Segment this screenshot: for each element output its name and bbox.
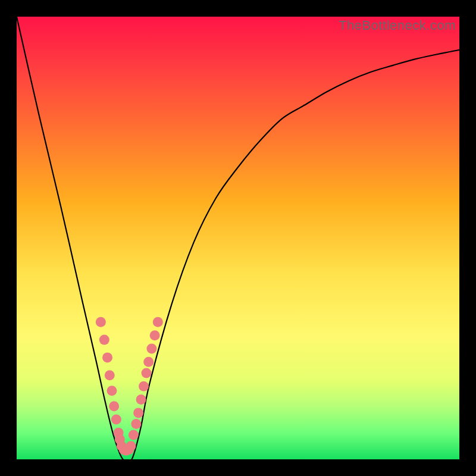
marker-dot <box>96 317 106 327</box>
marker-dot <box>146 344 156 354</box>
chart-frame: TheBottleneck.com <box>0 0 476 476</box>
curve-path <box>17 17 459 459</box>
plot-area: TheBottleneck.com <box>17 17 459 459</box>
marker-dot <box>150 330 160 340</box>
marker-dot <box>99 335 109 345</box>
marker-dot <box>139 381 149 392</box>
marker-group <box>96 317 163 456</box>
marker-dot <box>141 368 151 378</box>
marker-dot <box>107 386 117 396</box>
marker-dot <box>111 415 121 425</box>
marker-dot <box>143 357 154 367</box>
marker-dot <box>153 317 163 327</box>
marker-dot <box>131 419 141 429</box>
marker-dot <box>109 401 119 411</box>
marker-dot <box>133 408 143 418</box>
marker-dot <box>136 394 146 405</box>
marker-dot <box>102 352 112 362</box>
marker-dot <box>126 441 136 451</box>
marker-dot <box>129 430 139 440</box>
chart-svg <box>17 17 459 459</box>
marker-dot <box>105 370 115 380</box>
